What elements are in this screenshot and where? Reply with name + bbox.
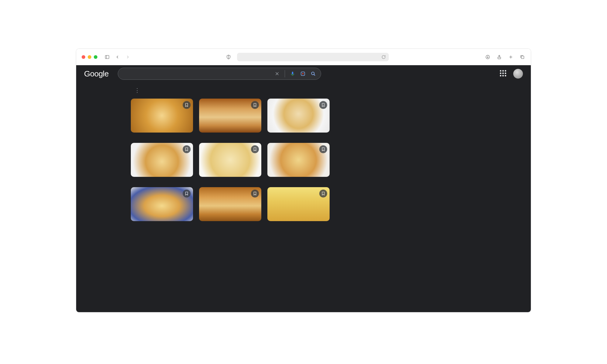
svg-rect-7 (521, 56, 524, 59)
svg-point-12 (311, 72, 314, 75)
recipe-card[interactable] (131, 187, 193, 221)
google-apps-icon[interactable] (500, 70, 507, 77)
recipe-card[interactable] (199, 99, 261, 137)
search-input[interactable] (123, 71, 271, 76)
save-recipe-button[interactable] (183, 101, 191, 109)
recipe-card[interactable] (267, 187, 330, 221)
recipe-card[interactable] (199, 187, 261, 221)
save-recipe-button[interactable] (319, 101, 327, 109)
recipe-card[interactable] (131, 99, 193, 137)
save-recipe-button[interactable] (319, 145, 327, 153)
save-recipe-button[interactable] (183, 145, 191, 153)
divider (285, 70, 285, 77)
search-box[interactable] (118, 68, 321, 80)
recipe-thumbnail[interactable] (267, 99, 330, 133)
search-submit-icon[interactable] (310, 71, 316, 76)
recipe-thumbnail[interactable] (267, 187, 330, 221)
back-button[interactable] (114, 54, 120, 60)
address-bar[interactable] (237, 53, 389, 61)
save-recipe-button[interactable] (183, 190, 191, 197)
sidebar-toggle-icon[interactable] (104, 54, 110, 60)
page-content: Google (76, 65, 531, 312)
recipe-thumbnail[interactable] (131, 187, 193, 221)
section-menu-icon[interactable]: ⋮ (134, 87, 140, 94)
svg-rect-0 (105, 55, 109, 59)
recipe-card[interactable] (267, 99, 330, 137)
browser-toolbar (76, 49, 531, 65)
recipe-thumbnail[interactable] (199, 143, 261, 177)
window-controls (82, 55, 97, 59)
recipe-thumbnail[interactable] (199, 99, 261, 133)
save-recipe-button[interactable] (251, 190, 259, 197)
clear-search-icon[interactable] (274, 71, 280, 76)
recipe-grid (131, 99, 531, 221)
close-window-button[interactable] (82, 55, 85, 59)
reload-icon[interactable] (381, 55, 386, 59)
privacy-shield-icon[interactable] (226, 54, 232, 60)
recipe-thumbnail[interactable] (131, 99, 193, 133)
minimize-window-button[interactable] (88, 55, 91, 59)
browser-window: Google (76, 49, 531, 312)
svg-line-13 (314, 74, 315, 76)
google-logo[interactable]: Google (84, 69, 109, 79)
share-icon[interactable] (496, 54, 502, 60)
account-avatar[interactable] (513, 69, 523, 79)
forward-button[interactable] (125, 54, 131, 60)
save-recipe-button[interactable] (319, 190, 327, 197)
lens-search-icon[interactable] (300, 71, 306, 76)
tabs-overview-icon[interactable] (519, 54, 525, 60)
save-recipe-button[interactable] (251, 101, 259, 109)
recipe-thumbnail[interactable] (267, 143, 330, 177)
voice-search-icon[interactable] (290, 71, 295, 76)
recipe-card[interactable] (199, 143, 261, 181)
recipe-thumbnail[interactable] (199, 187, 261, 221)
maximize-window-button[interactable] (94, 55, 97, 59)
downloads-icon[interactable] (485, 54, 491, 60)
svg-point-11 (302, 73, 304, 75)
recipe-card[interactable] (131, 143, 193, 181)
save-recipe-button[interactable] (251, 145, 259, 153)
google-header: Google (76, 65, 531, 82)
new-tab-icon[interactable] (508, 54, 514, 60)
recipe-thumbnail[interactable] (131, 143, 193, 177)
recipe-card[interactable] (267, 143, 330, 181)
results-area: ⋮ (76, 82, 531, 312)
